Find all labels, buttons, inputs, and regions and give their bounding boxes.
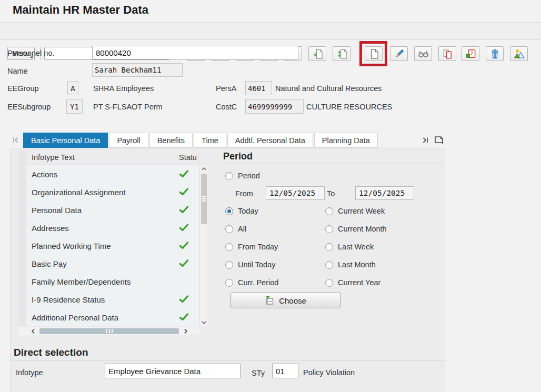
tab-time[interactable]: Time [194, 133, 226, 148]
choose-icon [265, 296, 274, 305]
edit-button[interactable] [390, 46, 408, 61]
overview-button[interactable] [510, 46, 528, 61]
status-check-icon [179, 313, 189, 321]
ee-group-field: A [67, 81, 78, 95]
status-check-icon [179, 242, 189, 249]
infotype-text: Family Member/Dependents [32, 277, 131, 286]
radio-label: Until Today [238, 260, 275, 269]
choose-button[interactable]: Choose [231, 293, 340, 308]
infotype-label: Infotype [16, 368, 43, 377]
radio-circle-icon [325, 261, 333, 269]
radio-last-week[interactable]: Last Week [325, 243, 374, 251]
infotype-text: I-9 Residence Status [32, 295, 105, 304]
radio-label: Today [238, 207, 258, 215]
list-item[interactable]: Personal Data [18, 201, 200, 219]
radio-today[interactable]: Today [225, 207, 258, 215]
radio-label: Current Year [338, 278, 380, 287]
tabstrip: Basic Personal DataPayrollBenefitsTimeAd… [23, 133, 379, 148]
radio-circle-icon [225, 261, 233, 269]
radio-circle-icon [225, 172, 233, 180]
list-item[interactable]: Actions [18, 165, 200, 183]
copy-button[interactable] [438, 46, 456, 61]
radio-last-month[interactable]: Last Month [325, 260, 376, 269]
sty-field[interactable] [272, 364, 298, 378]
radio-all[interactable]: All [225, 225, 246, 233]
tab-payroll[interactable]: Payroll [109, 133, 148, 148]
radio-label: Last Month [338, 260, 376, 269]
infotype-text: Personal Data [32, 206, 82, 215]
name-field: Sarah Beckham11 [92, 63, 183, 77]
tab-benefits[interactable]: Benefits [149, 133, 193, 148]
list-item[interactable]: Planned Working Time [18, 237, 200, 255]
period-rule [218, 164, 445, 164]
vertical-scrollbar-thumb[interactable] [201, 174, 207, 224]
infotype-text: Additional Personal Data [32, 313, 118, 322]
ee-group-text: SHRA Employees [93, 84, 154, 93]
radio-from-today[interactable]: From Today [225, 243, 278, 251]
radio-current-month[interactable]: Current Month [325, 225, 387, 233]
list-item[interactable]: Basic Pay [18, 255, 200, 273]
radio-current-week[interactable]: Current Week [325, 207, 385, 215]
from-date-field[interactable] [266, 186, 325, 200]
radio-label: Curr. Period [238, 278, 278, 287]
column-status: Statu [179, 153, 197, 162]
radio-curr-period[interactable]: Curr. Period [225, 278, 278, 287]
radio-label: Period [238, 172, 260, 180]
radio-circle-icon [225, 207, 233, 215]
ee-group-label: EEGroup [7, 84, 39, 93]
horizontal-scrollbar-thumb[interactable] [39, 328, 179, 334]
radio-period[interactable]: Period [225, 172, 260, 180]
pers-a-label: PersA [216, 84, 237, 93]
infotype-list: ActionsOrganizational AssignmentPersonal… [18, 165, 200, 326]
radio-circle-icon [225, 243, 233, 251]
tab-basic-personal-data[interactable]: Basic Personal Data [23, 133, 108, 148]
row-selection-gutter[interactable] [18, 150, 26, 326]
cost-c-label: CostC [216, 103, 237, 111]
horizontal-scrollbar[interactable] [18, 327, 200, 335]
column-infotype-text: Infotype Text [32, 153, 75, 162]
radio-circle-icon [225, 279, 233, 287]
tab-scroll-last-icon[interactable] [421, 136, 429, 144]
next-page-button[interactable] [308, 46, 326, 61]
tab-addtl-personal-data[interactable]: Addtl. Personal Data [227, 133, 313, 148]
list-item[interactable]: Addresses [18, 219, 200, 237]
scroll-up-icon[interactable] [201, 165, 207, 173]
status-check-icon [179, 206, 189, 214]
choose-button-label: Choose [279, 296, 306, 305]
display-button[interactable] [414, 46, 432, 61]
to-date-field[interactable] [355, 186, 414, 200]
radio-current-year[interactable]: Current Year [325, 278, 380, 287]
scroll-down-icon[interactable] [201, 319, 207, 326]
display-icon [417, 48, 429, 60]
infotype-text: Planned Working Time [32, 242, 111, 250]
list-item[interactable]: I-9 Residence Status [18, 290, 200, 308]
create-button[interactable] [365, 46, 383, 61]
vertical-scrollbar[interactable] [199, 165, 207, 326]
delimit-button[interactable]: 7 [462, 46, 479, 61]
tab-scroll-first-icon[interactable] [12, 136, 20, 144]
to-label: To [327, 189, 335, 198]
list-item[interactable]: Family Member/Dependents [18, 273, 200, 290]
from-label: From [235, 189, 253, 198]
tab-planning-data[interactable]: Planning Data [314, 133, 378, 148]
scroll-left-icon[interactable] [29, 327, 37, 335]
infotype-list-header: Infotype Text Statu [18, 150, 200, 165]
last-page-button[interactable] [333, 46, 350, 61]
status-check-icon [179, 188, 189, 196]
infotype-text: Basic Pay [32, 259, 67, 268]
cost-c-field: 4699999999 [245, 99, 304, 114]
ee-subgroup-field: Y1 [66, 99, 83, 114]
delete-button[interactable] [486, 46, 504, 61]
tab-overview-icon[interactable] [434, 135, 444, 145]
list-item[interactable]: Additional Personal Data [18, 308, 200, 326]
radio-until-today[interactable]: Until Today [225, 260, 275, 269]
page-title: Maintain HR Master Data [13, 3, 148, 17]
personnel-no-field[interactable] [92, 46, 298, 59]
infotype-text: Addresses [32, 224, 69, 233]
status-check-icon [179, 170, 189, 178]
scroll-right-icon[interactable] [182, 327, 190, 335]
status-check-icon [179, 295, 189, 303]
infotype-field[interactable] [105, 364, 241, 378]
sty-text: Policy Violation [303, 368, 355, 377]
list-item[interactable]: Organizational Assignment [18, 183, 200, 201]
